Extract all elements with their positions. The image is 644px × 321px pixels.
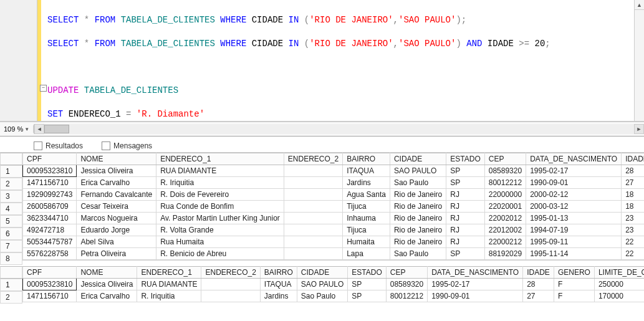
cell[interactable]: Lapa bbox=[343, 248, 390, 260]
column-header[interactable]: ESTADO bbox=[446, 153, 484, 165]
cell[interactable]: 3623344710 bbox=[23, 213, 77, 224]
cell[interactable]: Jessica Oliveira bbox=[77, 165, 156, 177]
cell[interactable]: Inhauma bbox=[343, 213, 390, 224]
cell[interactable]: SP bbox=[446, 248, 484, 260]
column-header[interactable]: ENDERECO_1 bbox=[137, 267, 201, 279]
data-table[interactable]: CPFNOMEENDERECO_1ENDERECO_2BAIRROCIDADEE… bbox=[22, 266, 644, 302]
cell[interactable]: F bbox=[554, 279, 594, 290]
cell[interactable]: 1471156710 bbox=[23, 177, 77, 189]
cell[interactable] bbox=[201, 279, 260, 290]
table-row[interactable]: 19290992743Fernando CavalcanteR. Dois de… bbox=[23, 189, 645, 201]
cell[interactable]: 22000212 bbox=[484, 236, 526, 248]
cell[interactable] bbox=[284, 213, 342, 224]
cell[interactable]: Rio de Janeiro bbox=[390, 189, 446, 201]
cell[interactable]: 28 bbox=[622, 165, 644, 177]
column-header[interactable]: CIDADE bbox=[390, 153, 446, 165]
row-number[interactable]: 6 bbox=[0, 228, 22, 240]
cell[interactable] bbox=[284, 165, 342, 177]
cell[interactable]: Eduardo Jorge bbox=[77, 224, 156, 236]
hscroll-thumb[interactable] bbox=[44, 125, 69, 133]
table-row[interactable]: 3623344710Marcos NogueiraAv. Pastor Mart… bbox=[23, 213, 645, 224]
editor-vscroll[interactable]: ▲ bbox=[634, 0, 644, 121]
cell[interactable]: SP bbox=[348, 279, 386, 290]
cell[interactable]: RJ bbox=[446, 236, 484, 248]
column-header[interactable]: DATA_DE_NASCIMENTO bbox=[428, 267, 523, 279]
zoom-dropdown[interactable]: 109 % ▼ bbox=[0, 125, 34, 133]
cell[interactable]: 28 bbox=[523, 279, 554, 290]
column-header[interactable]: IDADE bbox=[523, 267, 554, 279]
cell[interactable]: 1995-02-17 bbox=[526, 165, 622, 177]
cell[interactable]: SP bbox=[348, 290, 386, 302]
cell[interactable]: Jardins bbox=[260, 290, 297, 302]
tab-resultados[interactable]: Resultados bbox=[29, 140, 88, 152]
scroll-left-icon[interactable]: ◄ bbox=[34, 124, 44, 134]
cell[interactable]: 1990-09-01 bbox=[428, 290, 523, 302]
cell[interactable]: 08589320 bbox=[386, 279, 427, 290]
cell[interactable]: Jardins bbox=[343, 177, 390, 189]
cell[interactable]: Petra Oliveira bbox=[77, 248, 156, 260]
cell[interactable]: 492472718 bbox=[23, 224, 77, 236]
cell[interactable]: Rua Humaita bbox=[156, 236, 284, 248]
cell[interactable]: 1994-07-19 bbox=[526, 224, 622, 236]
cell[interactable]: Marcos Nogueira bbox=[77, 213, 156, 224]
column-header[interactable]: LIMITE_DE_C bbox=[594, 267, 644, 279]
column-header[interactable]: BAIRRO bbox=[343, 153, 390, 165]
cell[interactable]: Jessica Oliveira bbox=[77, 279, 137, 290]
cell[interactable]: Rio de Janeiro bbox=[390, 213, 446, 224]
column-header[interactable]: ENDERECO_2 bbox=[284, 153, 342, 165]
cell[interactable]: RJ bbox=[446, 189, 484, 201]
cell[interactable]: 22 bbox=[622, 236, 644, 248]
cell[interactable]: 23 bbox=[622, 224, 644, 236]
column-header[interactable]: BAIRRO bbox=[260, 267, 297, 279]
tab-mensagens[interactable]: Mensagens bbox=[97, 140, 157, 152]
cell[interactable]: 23 bbox=[622, 213, 644, 224]
cell[interactable]: 50534475787 bbox=[23, 236, 77, 248]
column-header[interactable]: GENERO bbox=[554, 267, 594, 279]
cell[interactable]: Erica Carvalho bbox=[77, 177, 156, 189]
cell[interactable]: 19290992743 bbox=[23, 189, 77, 201]
cell[interactable]: 00095323810 bbox=[23, 165, 77, 177]
cell[interactable]: Sao Paulo bbox=[390, 248, 446, 260]
cell[interactable] bbox=[284, 236, 342, 248]
cell[interactable]: Tijuca bbox=[343, 224, 390, 236]
cell[interactable]: Erica Carvalho bbox=[77, 290, 137, 302]
scroll-right-icon[interactable]: ► bbox=[634, 124, 644, 134]
results-grid-1[interactable]: 12345678 CPFNOMEENDERECO_1ENDERECO_2BAIR… bbox=[0, 153, 644, 260]
cell[interactable]: RJ bbox=[446, 201, 484, 213]
cell[interactable]: R. Dois de Fevereiro bbox=[156, 189, 284, 201]
cell[interactable] bbox=[284, 224, 342, 236]
cell[interactable]: ITAQUA bbox=[343, 165, 390, 177]
cell[interactable]: 00095323810 bbox=[23, 279, 77, 290]
cell[interactable]: Abel Silva bbox=[77, 236, 156, 248]
cell[interactable]: 22012002 bbox=[484, 224, 526, 236]
cell[interactable]: 08589320 bbox=[484, 165, 526, 177]
row-number[interactable]: 7 bbox=[0, 240, 22, 252]
column-header[interactable]: NOME bbox=[77, 153, 156, 165]
sql-editor[interactable]: SELECT * FROM TABELA_DE_CLIENTES WHERE C… bbox=[0, 0, 644, 122]
column-header[interactable]: CEP bbox=[386, 267, 427, 279]
cell[interactable]: Sao Paulo bbox=[297, 290, 347, 302]
cell[interactable]: 2600586709 bbox=[23, 201, 77, 213]
row-number[interactable]: 2 bbox=[0, 178, 22, 190]
cell[interactable]: R. Benicio de Abreu bbox=[156, 248, 284, 260]
cell[interactable]: 1990-09-01 bbox=[526, 177, 622, 189]
table-row[interactable]: 1471156710Erica CarvalhoR. IriquitiaJard… bbox=[23, 290, 645, 302]
cell[interactable]: 1471156710 bbox=[23, 290, 77, 302]
cell[interactable]: RUA DIAMANTE bbox=[156, 165, 284, 177]
cell[interactable]: 88192029 bbox=[484, 248, 526, 260]
column-header[interactable]: CPF bbox=[23, 153, 77, 165]
cell[interactable] bbox=[284, 248, 342, 260]
table-row[interactable]: 5576228758Petra OliveiraR. Benicio de Ab… bbox=[23, 248, 645, 260]
cell[interactable]: RUA DIAMANTE bbox=[137, 279, 201, 290]
row-number[interactable]: 5 bbox=[0, 215, 22, 228]
cell[interactable] bbox=[284, 201, 342, 213]
column-header[interactable]: ENDERECO_1 bbox=[156, 153, 284, 165]
table-row[interactable]: 2600586709Cesar TeixeiraRua Conde de Bon… bbox=[23, 201, 645, 213]
column-header[interactable]: ENDERECO_2 bbox=[201, 267, 260, 279]
table-row[interactable]: 50534475787Abel SilvaRua HumaitaHumaitaR… bbox=[23, 236, 645, 248]
row-number[interactable]: 3 bbox=[0, 190, 22, 203]
cell[interactable]: SP bbox=[446, 177, 484, 189]
cell[interactable]: 80012212 bbox=[484, 177, 526, 189]
cell[interactable]: 1995-09-11 bbox=[526, 236, 622, 248]
cell[interactable] bbox=[284, 189, 342, 201]
